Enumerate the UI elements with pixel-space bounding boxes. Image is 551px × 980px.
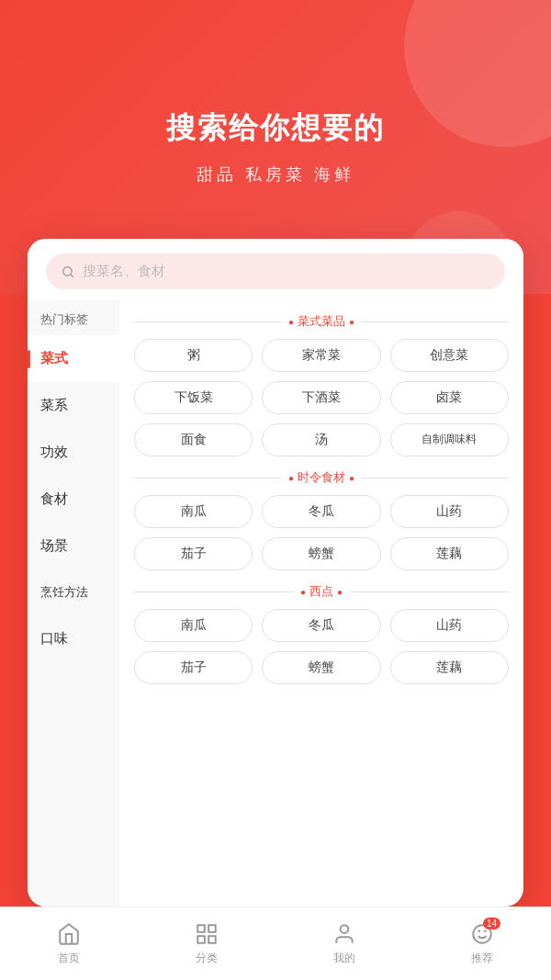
search-bar: 搜菜名、食材 [28, 239, 523, 300]
sidebar-header: 热门标签 [28, 300, 119, 335]
nav-label-category: 分类 [196, 951, 218, 966]
tag-tiaoliao[interactable]: 自制调味料 [390, 423, 509, 456]
sidebar: 热门标签 菜式 菜系 功效 食材 场景 烹饪方法 口味 [28, 300, 119, 907]
user-icon [332, 921, 357, 947]
tags-row-1: 粥 家常菜 创意菜 [134, 339, 509, 372]
recommend-badge: 14 [483, 918, 500, 929]
hero-title: 搜索给你想要的 [166, 108, 385, 149]
search-input-wrap[interactable]: 搜菜名、食材 [46, 253, 505, 289]
divider-right-2 [362, 478, 509, 479]
svg-rect-4 [197, 936, 205, 943]
recommend-icon: 14 [469, 921, 495, 947]
tag-zhou[interactable]: 粥 [134, 339, 253, 372]
sidebar-item-caixi[interactable]: 菜系 [28, 382, 119, 429]
section-title-caishi: ● 菜式菜品 ● [288, 313, 354, 330]
tag-lianan-2[interactable]: 莲藕 [390, 651, 509, 684]
tag-shanyao-1[interactable]: 山药 [390, 495, 509, 528]
nav-item-mine[interactable]: 我的 [276, 921, 413, 966]
tag-lucai[interactable]: 卤菜 [390, 381, 509, 414]
tag-qiezi-2[interactable]: 茄子 [134, 651, 253, 684]
tag-qiezi-1[interactable]: 茄子 [134, 537, 253, 570]
nav-label-home: 首页 [58, 951, 80, 966]
tag-xiajiu[interactable]: 下酒菜 [262, 381, 380, 414]
section-title-seasonal: ● 时令食材 ● [288, 469, 354, 486]
tags-row-6: 南瓜 冬瓜 山药 [134, 609, 509, 642]
content-area: 热门标签 菜式 菜系 功效 食材 场景 烹饪方法 口味 ● 菜式菜品 ● [28, 300, 523, 907]
tag-chuangyi[interactable]: 创意菜 [390, 339, 509, 372]
sidebar-item-gongxiao[interactable]: 功效 [28, 429, 119, 476]
tags-row-2: 下饭菜 下酒菜 卤菜 [134, 381, 509, 414]
section-header-seasonal: ● 时令食材 ● [134, 469, 509, 486]
hero-subtitle: 甜品 私房菜 海鲜 [197, 163, 354, 186]
section-western: ● 西点 ● 南瓜 冬瓜 山药 茄子 螃蟹 莲藕 [134, 583, 509, 684]
nav-item-recommend[interactable]: 14 推荐 [413, 921, 551, 966]
search-icon [61, 265, 75, 279]
divider-left-3 [134, 591, 293, 592]
tag-lianan-1[interactable]: 莲藕 [390, 537, 509, 570]
tag-mianshi[interactable]: 面食 [134, 423, 253, 456]
tag-pangxie-2[interactable]: 螃蟹 [262, 651, 380, 684]
search-placeholder[interactable]: 搜菜名、食材 [83, 263, 490, 280]
section-header-caishi: ● 菜式菜品 ● [134, 313, 509, 330]
sidebar-item-shicai[interactable]: 食材 [28, 476, 119, 523]
svg-rect-3 [208, 925, 216, 932]
svg-point-6 [341, 925, 349, 933]
tag-shanyao-2[interactable]: 山药 [390, 609, 509, 642]
tag-nangua-1[interactable]: 南瓜 [134, 495, 253, 528]
grid-icon [194, 921, 219, 947]
divider-right [362, 321, 509, 322]
section-seasonal: ● 时令食材 ● 南瓜 冬瓜 山药 茄子 螃蟹 莲藕 [134, 469, 509, 570]
divider-left-2 [134, 478, 281, 479]
tag-donggua-2[interactable]: 冬瓜 [262, 609, 380, 642]
section-caishi-products: ● 菜式菜品 ● 粥 家常菜 创意菜 下饭菜 下酒菜 卤菜 [134, 313, 509, 456]
nav-item-category[interactable]: 分类 [138, 921, 276, 966]
main-card: 搜菜名、食材 热门标签 菜式 菜系 功效 食材 场景 烹饪方法 口味 ● 菜式菜… [28, 239, 523, 907]
svg-rect-5 [208, 936, 216, 943]
sidebar-item-caishi[interactable]: 菜式 [28, 335, 119, 382]
svg-line-1 [71, 275, 73, 277]
tag-tang[interactable]: 汤 [262, 423, 380, 456]
tags-row-5: 茄子 螃蟹 莲藕 [134, 537, 509, 570]
right-content: ● 菜式菜品 ● 粥 家常菜 创意菜 下饭菜 下酒菜 卤菜 [119, 300, 523, 907]
divider-left [134, 321, 281, 322]
sidebar-item-kouwei[interactable]: 口味 [28, 615, 119, 662]
nav-label-recommend: 推荐 [471, 951, 493, 966]
bottom-nav: 首页 分类 我的 [0, 907, 551, 980]
tags-row-3: 面食 汤 自制调味料 [134, 423, 509, 456]
nav-label-mine: 我的 [333, 951, 355, 966]
tags-row-4: 南瓜 冬瓜 山药 [134, 495, 509, 528]
tag-donggua-1[interactable]: 冬瓜 [262, 495, 380, 528]
sidebar-item-changjing[interactable]: 场景 [28, 523, 119, 569]
sidebar-item-pengren[interactable]: 烹饪方法 [28, 569, 119, 615]
section-title-western: ● 西点 ● [300, 583, 343, 600]
nav-item-home[interactable]: 首页 [0, 921, 138, 966]
divider-right-3 [350, 591, 509, 592]
home-icon [56, 921, 82, 947]
svg-rect-2 [197, 925, 205, 932]
svg-point-0 [63, 266, 72, 275]
section-header-western: ● 西点 ● [134, 583, 509, 600]
tag-pangxie-1[interactable]: 螃蟹 [262, 537, 380, 570]
tag-nangua-2[interactable]: 南瓜 [134, 609, 253, 642]
tag-xiafan[interactable]: 下饭菜 [134, 381, 253, 414]
tags-row-7: 茄子 螃蟹 莲藕 [134, 651, 509, 684]
tag-jiachang[interactable]: 家常菜 [262, 339, 380, 372]
